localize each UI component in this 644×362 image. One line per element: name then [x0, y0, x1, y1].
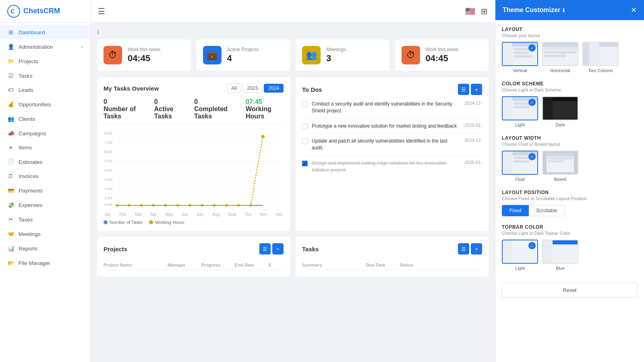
sidebar-item-expenses[interactable]: 💸 Expenses — [0, 198, 90, 212]
sidebar-item-estimates[interactable]: 📄 Estimates — [0, 155, 90, 169]
fixed-position-btn[interactable]: Fixed — [502, 205, 529, 216]
active-tasks-stat: 0 Active Tasks — [154, 98, 186, 120]
todo-item: ✓ Design and implement cutting-edge solu… — [302, 160, 482, 178]
sidebar-item-meetings[interactable]: 🤝 Meetings — [0, 227, 90, 241]
sidebar-item-campaigns[interactable]: 📣 Campaigns — [0, 126, 90, 141]
working-hours-label: Working Hours — [246, 105, 284, 120]
layout-twocolumn-label: Two Column — [588, 68, 613, 73]
svg-point-33 — [128, 204, 130, 207]
hamburger-icon[interactable]: ☰ — [98, 6, 105, 16]
expenses-icon: 💸 — [7, 202, 14, 208]
todo-text: Conduct a security audit and identify vu… — [312, 101, 457, 114]
col-manager: Manager — [168, 263, 198, 267]
tab-2023[interactable]: 2023 — [243, 84, 263, 93]
reset-button[interactable]: Reset — [502, 283, 638, 298]
info-icon[interactable]: ℹ — [97, 29, 489, 35]
fluid-label: Fluid — [515, 177, 525, 182]
sidebar-item-reports[interactable]: 📊 Reports — [0, 241, 90, 256]
todo-item: Update and patch all security vulnerabil… — [302, 138, 482, 156]
clients-icon: 👥 — [7, 116, 14, 122]
language-flag[interactable]: 🇺🇸 — [465, 6, 475, 16]
sidebar-item-label: Invoices — [19, 173, 39, 179]
sidebar-item-opportunities[interactable]: 💰 Opportunities — [0, 97, 90, 112]
layout-option-twocolumn[interactable]: Two Column — [582, 42, 619, 73]
todo-checkbox-checked[interactable]: ✓ — [302, 161, 308, 166]
reports-icon: 📊 — [7, 245, 14, 252]
svg-point-38 — [188, 204, 191, 207]
tab-2024[interactable]: 2024 — [264, 84, 284, 93]
sidebar-item-taxes[interactable]: ✂ Taxes — [0, 212, 90, 227]
topbar-light[interactable]: ✓ Light — [502, 240, 538, 271]
scrollable-position-btn[interactable]: Scrollable — [529, 205, 565, 216]
layout-width-title: LAYOUT WIDTH — [502, 135, 638, 141]
working-hours-stat: 07:45 Working Hours — [246, 98, 284, 120]
sidebar-item-administration[interactable]: 👤 Administration › — [0, 39, 90, 54]
logo[interactable]: C ChetsCRM — [0, 0, 90, 23]
light-scheme-preview: ✓ — [502, 96, 538, 120]
col-status: S — [268, 263, 284, 267]
working-hours-value: 07:45 — [246, 98, 284, 105]
legend-hours-label: Working Hours — [155, 220, 184, 225]
tab-all[interactable]: All — [227, 84, 241, 93]
sidebar-item-dashboard[interactable]: ⊞ Dashboard — [0, 25, 90, 39]
topbar-color-title: TOPBAR COLOR — [502, 224, 638, 230]
todo-list-btn[interactable]: ☰ — [458, 84, 469, 95]
color-scheme-title: COLOR SCHEME — [502, 81, 638, 87]
projects-list-btn[interactable]: ☰ — [259, 243, 271, 254]
administration-icon: 👤 — [7, 43, 14, 50]
layout-horizontal-preview — [542, 42, 578, 66]
svg-text:5.00: 5.00 — [104, 159, 112, 163]
topbar-blue[interactable]: Blue — [542, 240, 578, 271]
meetings-stat-icon: 👥 — [302, 46, 321, 64]
todo-checkbox[interactable] — [302, 139, 308, 144]
svg-text:4.00: 4.00 — [104, 168, 112, 172]
tasks-card: Tasks ☰ + Summary Due Date Status — [296, 237, 489, 277]
todo-date: 2025-01- — [464, 123, 482, 128]
sidebar-item-clients[interactable]: 👥 Clients — [0, 112, 90, 126]
layout-boxed[interactable]: Boxed — [542, 151, 578, 182]
sidebar-item-label: Projects — [19, 58, 38, 64]
projects-icon: 📁 — [7, 58, 14, 64]
payments-icon: 💳 — [7, 187, 14, 194]
tasks-icon: ☑ — [7, 72, 14, 79]
svg-text:1.00: 1.00 — [104, 196, 112, 200]
number-of-tasks-stat: 0 Number of Tasks — [104, 98, 146, 120]
layout-width-sub: Choose Fluid or Boxed layout. — [502, 142, 638, 147]
todo-checkbox[interactable] — [302, 124, 308, 129]
svg-point-32 — [116, 204, 118, 207]
sidebar-item-label: Clients — [19, 116, 35, 122]
sidebar-item-file-manager[interactable]: 📂 File Manager — [0, 256, 90, 270]
tasks-list-btn[interactable]: ☰ — [458, 243, 469, 254]
number-of-tasks-value: 0 — [104, 98, 146, 105]
content-grid: My Tasks Overview All 2023 2024 0 Number… — [97, 77, 489, 231]
info-circle-icon: ℹ — [563, 7, 565, 13]
sidebar-item-invoices[interactable]: 🗒 Invoices — [0, 169, 90, 183]
sidebar-item-projects[interactable]: 📁 Projects — [0, 54, 90, 68]
sidebar-item-payments[interactable]: 💳 Payments — [0, 183, 90, 198]
grid-icon[interactable]: ⊞ — [481, 6, 488, 16]
svg-point-39 — [201, 204, 203, 207]
layout-fluid[interactable]: ✓ Fluid — [502, 151, 538, 182]
stats-row: ⏱ Work this week 04:45 💼 Active Projects… — [97, 39, 489, 71]
tasks-add-btn[interactable]: + — [471, 243, 482, 254]
todo-text: Prototype a new innovative solution for … — [312, 123, 457, 130]
sidebar-item-items[interactable]: ≡ Items — [0, 141, 90, 155]
theme-title: Theme Customizer ℹ — [503, 6, 565, 14]
topbar: ☰ 🇺🇸 ⊞ — [91, 0, 495, 23]
todo-add-btn[interactable]: + — [471, 84, 482, 95]
tasks-card-header: Tasks ☰ + — [302, 243, 482, 254]
sidebar-item-label: Meetings — [19, 231, 41, 237]
dashboard-content: ℹ ⏱ Work this week 04:45 💼 Active Projec… — [91, 23, 495, 362]
layout-option-vertical[interactable]: ✓ — [502, 42, 538, 73]
boxed-preview — [542, 151, 578, 175]
projects-card-title: Projects — [104, 246, 127, 252]
layout-option-horizontal[interactable]: Horizontal — [542, 42, 578, 73]
col-task-status: Status — [400, 263, 430, 267]
projects-add-btn[interactable]: + — [272, 243, 284, 254]
color-scheme-light[interactable]: ✓ Light — [502, 96, 538, 127]
color-scheme-dark[interactable]: Dark — [542, 96, 578, 127]
sidebar-item-tasks[interactable]: ☑ Tasks — [0, 68, 90, 83]
theme-close-button[interactable]: ✕ — [631, 6, 637, 14]
sidebar-item-leads[interactable]: 🏷 Leads — [0, 83, 90, 97]
todo-checkbox[interactable] — [302, 101, 308, 107]
